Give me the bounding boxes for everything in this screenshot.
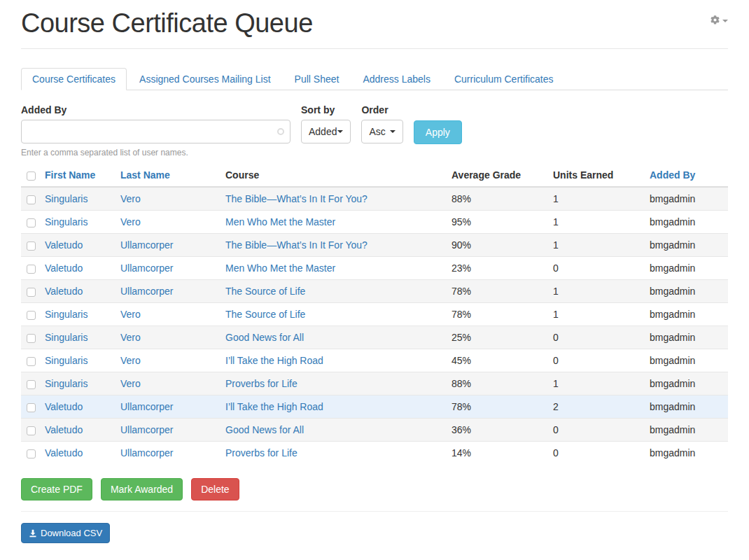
course-link[interactable]: Proverbs for Life — [225, 378, 298, 389]
last-name-link[interactable]: Ullamcorper — [120, 401, 173, 412]
last-name-link[interactable]: Vero — [120, 332, 141, 343]
first-name-link[interactable]: Valetudo — [45, 286, 83, 297]
first-name-link[interactable]: Singularis — [45, 378, 88, 389]
course-cell: Proverbs for Life — [220, 442, 446, 465]
first-name-link[interactable]: Valetudo — [45, 262, 83, 274]
last-name-link[interactable]: Ullamcorper — [120, 447, 173, 458]
tab-assigned-courses-mailing-list[interactable]: Assigned Courses Mailing List — [128, 68, 282, 90]
row-checkbox[interactable] — [27, 380, 36, 389]
row-checkbox[interactable] — [27, 334, 36, 343]
row-checkbox[interactable] — [27, 265, 36, 274]
first-name-link[interactable]: Valetudo — [45, 401, 83, 412]
first-name-link[interactable]: Singularis — [45, 309, 88, 320]
tab-curriculum-certificates-label[interactable]: Curriculum Certificates — [443, 68, 565, 90]
create-pdf-button[interactable]: Create PDF — [21, 478, 92, 500]
first-name-link[interactable]: Valetudo — [45, 447, 83, 458]
last-name-cell: Vero — [115, 349, 220, 372]
table-row: SingularisVeroThe Bible—What’s In It For… — [21, 187, 728, 211]
first-name-link[interactable]: Singularis — [45, 332, 88, 343]
mark-awarded-button[interactable]: Mark Awarded — [101, 478, 183, 500]
first-name-link[interactable]: Valetudo — [45, 424, 83, 435]
tab-address-labels-label[interactable]: Address Labels — [351, 68, 442, 90]
row-checkbox[interactable] — [27, 311, 36, 320]
table-row: SingularisVeroGood News for All25%0bmgad… — [21, 326, 728, 349]
row-checkbox[interactable] — [27, 357, 36, 366]
column-header-units-earned: Units Earned — [547, 164, 644, 187]
tab-pull-sheet-label[interactable]: Pull Sheet — [284, 68, 351, 90]
last-name-link[interactable]: Vero — [120, 216, 141, 227]
average-grade-cell: 78% — [446, 396, 547, 419]
sort-by-value: Added — [309, 126, 337, 137]
column-header-last-name: Last Name — [115, 164, 220, 187]
course-link[interactable]: The Bible—What’s In It For You? — [225, 193, 368, 204]
course-link[interactable]: The Source of Life — [225, 286, 305, 297]
page-title: Course Certificate Queue — [21, 8, 728, 38]
course-cell: I’ll Take the High Road — [220, 349, 446, 372]
row-checkbox[interactable] — [27, 426, 36, 435]
average-grade-cell: 25% — [446, 326, 547, 349]
delete-button[interactable]: Delete — [191, 478, 239, 500]
row-checkbox[interactable] — [27, 449, 36, 458]
last-name-link[interactable]: Ullamcorper — [120, 424, 173, 435]
first-name-link[interactable]: Valetudo — [45, 239, 83, 251]
added-by-cell: bmgadmin — [644, 187, 728, 211]
last-name-link[interactable]: Vero — [120, 193, 141, 204]
last-name-link[interactable]: Ullamcorper — [120, 262, 173, 274]
course-link[interactable]: Men Who Met the Master — [225, 262, 335, 274]
tab-pull-sheet[interactable]: Pull Sheet — [284, 68, 351, 90]
tab-assigned-courses-mailing-list-label[interactable]: Assigned Courses Mailing List — [128, 68, 282, 90]
last-name-link[interactable]: Ullamcorper — [120, 239, 173, 251]
select-all-checkbox[interactable] — [27, 172, 36, 181]
order-dropdown[interactable]: Asc — [361, 120, 402, 144]
tab-course-certificates[interactable]: Course Certificates — [21, 68, 127, 90]
tab-address-labels[interactable]: Address Labels — [351, 68, 442, 90]
sort-by-group: Sort by Added — [301, 104, 351, 144]
last-name-link[interactable]: Vero — [120, 309, 141, 320]
first-name-link[interactable]: Singularis — [45, 193, 88, 204]
added-by-filter-group: Added By Enter a comma separated list of… — [21, 104, 290, 158]
last-name-link[interactable]: Vero — [120, 378, 141, 389]
last-name-link[interactable]: Ullamcorper — [120, 286, 173, 297]
certificate-queue-table: First Name Last Name Course Average Grad… — [21, 164, 728, 464]
course-cell: I’ll Take the High Road — [220, 396, 446, 419]
added-by-input[interactable] — [21, 120, 290, 144]
row-checkbox[interactable] — [27, 403, 36, 412]
course-cell: The Bible—What’s In It For You? — [220, 187, 446, 211]
last-name-cell: Vero — [115, 303, 220, 326]
table-row: SingularisVeroProverbs for Life88%1bmgad… — [21, 372, 728, 396]
course-link[interactable]: Good News for All — [225, 424, 304, 435]
course-link[interactable]: Proverbs for Life — [225, 447, 298, 458]
course-link[interactable]: The Bible—What’s In It For You? — [225, 239, 368, 251]
tab-curriculum-certificates[interactable]: Curriculum Certificates — [443, 68, 565, 90]
first-name-cell: Valetudo — [39, 257, 115, 280]
row-checkbox[interactable] — [27, 241, 36, 251]
row-checkbox[interactable] — [27, 218, 36, 227]
sort-first-name-link[interactable]: First Name — [45, 169, 95, 181]
sort-last-name-link[interactable]: Last Name — [120, 169, 170, 181]
first-name-cell: Valetudo — [39, 280, 115, 303]
course-link[interactable]: Men Who Met the Master — [225, 216, 335, 227]
course-link[interactable]: I’ll Take the High Road — [225, 401, 323, 412]
table-body: SingularisVeroThe Bible—What’s In It For… — [21, 187, 728, 464]
first-name-link[interactable]: Singularis — [45, 355, 88, 366]
average-grade-cell: 14% — [446, 442, 547, 465]
course-link[interactable]: Good News for All — [225, 332, 304, 343]
tab-course-certificates-label[interactable]: Course Certificates — [21, 68, 127, 90]
sort-by-dropdown[interactable]: Added — [301, 120, 351, 144]
course-link[interactable]: The Source of Life — [225, 309, 305, 320]
average-grade-cell: 36% — [446, 419, 547, 442]
row-checkbox[interactable] — [27, 195, 36, 204]
units-earned-cell: 2 — [547, 396, 644, 419]
chevron-down-icon — [722, 20, 728, 22]
order-value: Asc — [369, 126, 385, 137]
title-divider — [21, 48, 728, 49]
first-name-link[interactable]: Singularis — [45, 216, 88, 227]
action-button-bar: Create PDF Mark Awarded Delete — [21, 478, 728, 500]
row-checkbox[interactable] — [27, 288, 36, 297]
course-link[interactable]: I’ll Take the High Road — [225, 355, 323, 366]
settings-menu-button[interactable] — [710, 15, 728, 25]
sort-added-by-link[interactable]: Added By — [650, 169, 695, 181]
download-csv-button[interactable]: Download CSV — [21, 523, 110, 543]
last-name-link[interactable]: Vero — [120, 355, 141, 366]
apply-button[interactable]: Apply — [414, 120, 462, 144]
